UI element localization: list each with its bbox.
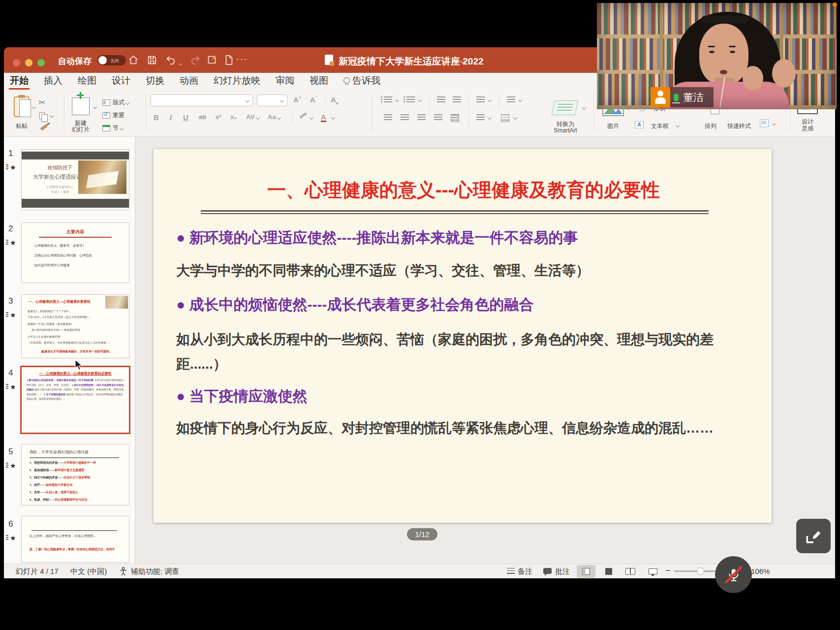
language-indicator[interactable]: 中文 (中国) — [70, 567, 107, 576]
convert-smartart-label[interactable]: 转换为SmartArt — [543, 121, 588, 134]
font-size-combo[interactable] — [257, 94, 287, 106]
tab-tell-me[interactable]: 告诉我 — [342, 73, 381, 90]
textbox-label[interactable]: 文本框 — [647, 122, 673, 130]
cut-icon[interactable]: ✂ — [38, 97, 45, 108]
paste-icon[interactable] — [14, 96, 30, 117]
annotate-button[interactable] — [796, 519, 831, 553]
home-icon[interactable] — [128, 55, 139, 65]
tab-slideshow[interactable]: 幻灯片放映 — [213, 73, 261, 90]
tab-home[interactable]: 开始 — [9, 73, 30, 90]
textbox-icon[interactable]: A — [635, 121, 644, 128]
reset-button[interactable]: 重置 — [102, 111, 124, 120]
subscript-button[interactable]: x₂ — [230, 113, 237, 121]
underline-button[interactable]: U — [183, 113, 188, 122]
thumbnail-slide-5[interactable]: 因此，大学生容易出现的心理问题 1、理想和现实的矛盾——大学和自己想象的不一样 … — [21, 444, 129, 505]
bold-button[interactable]: B — [154, 113, 159, 122]
font-name-combo[interactable] — [151, 94, 253, 106]
highlight-pen-icon[interactable] — [299, 112, 307, 119]
tab-draw[interactable]: 绘图 — [77, 73, 97, 90]
superscript-button[interactable]: x² — [216, 113, 221, 121]
redo-icon[interactable] — [190, 55, 201, 65]
align-text-chevron[interactable] — [513, 116, 517, 120]
new-slide-icon[interactable] — [72, 97, 90, 115]
thumbnail-slide-2[interactable]: 主要内容 心理健康的意义（重要性、必要性） 正确认识心理困扰成心理问题、心理危机… — [21, 222, 129, 283]
distribute-icon[interactable] — [451, 114, 459, 122]
quick-styles-chevron[interactable] — [772, 122, 776, 126]
maximize-window-button[interactable] — [37, 59, 45, 66]
bullets-icon[interactable] — [384, 96, 392, 103]
tab-view[interactable]: 视图 — [309, 73, 329, 90]
columns-chevron[interactable] — [518, 98, 522, 102]
undo-icon[interactable] — [165, 55, 176, 65]
numbering-icon[interactable] — [406, 96, 415, 103]
accessibility-status[interactable]: 辅助功能: 调查 — [131, 567, 179, 576]
minimize-window-button[interactable] — [25, 59, 32, 66]
align-left-icon[interactable] — [384, 114, 392, 121]
format-painter-icon[interactable] — [40, 125, 48, 131]
normal-view-button[interactable] — [577, 565, 595, 578]
thumbnail-slide-3[interactable]: 一、心理健康的意义---心理健康的重要性 健康是1，其他的都是一个一个的0， 只… — [21, 294, 129, 358]
align-center-icon[interactable] — [401, 114, 409, 121]
reading-view-button[interactable] — [621, 565, 640, 578]
save-copy-icon[interactable] — [207, 55, 218, 65]
new-slide-chevron[interactable] — [93, 105, 97, 109]
align-text-icon[interactable] — [501, 114, 509, 122]
copy-icon[interactable] — [39, 112, 45, 119]
arrange-label[interactable]: 排列 — [701, 122, 720, 130]
numbering-chevron[interactable] — [418, 98, 422, 102]
tab-insert[interactable]: 插入 — [43, 73, 63, 90]
new-document-icon[interactable] — [223, 55, 234, 65]
autosave-toggle[interactable]: 关闭 — [97, 55, 126, 65]
clear-formatting-button[interactable]: A⌀ — [331, 95, 339, 105]
mic-muted-button[interactable] — [715, 556, 752, 593]
webcam-video-overlay[interactable] — [597, 3, 837, 109]
decrease-indent-icon[interactable] — [437, 96, 445, 103]
line-spacing-chevron[interactable] — [488, 98, 492, 102]
font-color-button[interactable]: A — [321, 113, 326, 122]
copy-menu-chevron[interactable] — [50, 114, 54, 118]
tab-design[interactable]: 设计 — [111, 73, 131, 90]
text-direction-icon[interactable] — [476, 114, 485, 121]
slide-sorter-button[interactable] — [599, 565, 618, 578]
zoom-out-button[interactable]: − — [665, 566, 671, 576]
picture-label[interactable]: 图片 — [602, 122, 624, 130]
new-slide-label[interactable]: 新建幻灯片 — [66, 120, 95, 133]
textbox-chevron[interactable] — [676, 124, 680, 127]
italic-button[interactable]: I — [169, 113, 172, 122]
convert-smartart-icon[interactable] — [552, 100, 578, 115]
thumbnail-slide-1[interactable]: 疫情防控下 大学新生心理适应讲座 心理研究与咨询中心 主讲人：董洁 — [21, 149, 129, 210]
thumbnail-slide-6[interactable]: 以上种种，都易产生心理失衡，出现心理困扰... 故，了解一些心理健康常识，掌握一… — [21, 516, 129, 563]
save-icon[interactable] — [147, 55, 157, 65]
character-spacing-button[interactable]: AV — [246, 113, 259, 121]
font-color-chevron[interactable] — [331, 116, 335, 120]
zoom-slider-knob[interactable] — [697, 567, 704, 575]
slide-canvas[interactable]: 一、心理健康的意义---心理健康及教育的必要性 ● 新环境的心理适应使然----… — [154, 149, 772, 523]
grow-font-button[interactable]: A^ — [293, 95, 301, 104]
design-ideas-label[interactable]: 设计灵感 — [794, 118, 821, 132]
paste-label[interactable]: 粘贴 — [12, 122, 31, 130]
notes-button[interactable]: 备注 — [518, 567, 532, 576]
columns-icon[interactable] — [507, 96, 515, 103]
quick-styles-icon[interactable] — [760, 119, 769, 127]
slide-thumbnail-panel[interactable]: 1 ★ 疫情防控下 大学新生心理适应讲座 心理研究与咨询中心 主讲人：董洁 2 … — [4, 137, 135, 564]
smartart-chevron[interactable] — [582, 106, 586, 110]
thumbnail-slide-4-selected[interactable]: 一、心理健康的意义---心理健康及教育的必要性 ● 新环境的心理适应使然----… — [20, 366, 130, 434]
more-commands-icon[interactable]: ··· — [236, 53, 248, 64]
bullets-chevron[interactable] — [395, 98, 399, 102]
line-spacing-icon[interactable] — [476, 96, 485, 103]
section-button[interactable]: 节 — [102, 124, 123, 132]
paste-menu-chevron[interactable] — [32, 105, 36, 109]
change-case-button[interactable]: Aa — [268, 113, 280, 121]
slide-counter[interactable]: 幻灯片 4 / 17 — [16, 567, 59, 576]
increase-indent-icon[interactable] — [453, 96, 461, 103]
close-window-button[interactable] — [13, 59, 20, 66]
shrink-font-button[interactable]: Aˇ — [310, 95, 317, 104]
comments-button[interactable]: 批注 — [555, 567, 570, 576]
zoom-percentage[interactable]: 106% — [751, 567, 770, 575]
layout-button[interactable]: 版式 — [102, 98, 129, 107]
quick-styles-label[interactable]: 快速样式 — [723, 122, 755, 130]
text-direction-chevron[interactable] — [488, 116, 492, 120]
highlight-chevron[interactable] — [310, 116, 313, 120]
tab-transitions[interactable]: 切换 — [145, 73, 165, 90]
slideshow-button[interactable] — [644, 565, 662, 578]
